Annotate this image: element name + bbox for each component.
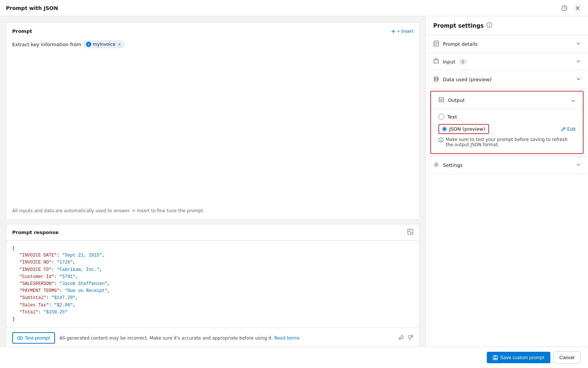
- settings-left: Settings: [433, 162, 462, 169]
- tag-close-icon[interactable]: ✕: [118, 42, 121, 47]
- prompt-empty-space: [12, 50, 413, 131]
- edit-label: Edit: [567, 126, 575, 132]
- svg-rect-8: [408, 229, 410, 231]
- prompt-tag[interactable]: D myInvoice ✕: [83, 41, 124, 48]
- prompt-card-header: Prompt + Insert: [12, 28, 413, 34]
- output-body: Text JSON (preview): [431, 109, 583, 153]
- svg-point-30: [441, 138, 441, 139]
- text-radio-option[interactable]: Text: [438, 114, 575, 120]
- prompt-card-title: Prompt: [12, 28, 32, 34]
- response-card: Prompt response { "INVOICE DATE": "Sept …: [6, 224, 420, 347]
- prompt-card: Prompt + Insert Extract key information …: [6, 22, 420, 220]
- input-chevron: [576, 59, 581, 65]
- response-footer: Test prompt All-generated content may be…: [6, 327, 419, 347]
- output-chevron: [571, 97, 575, 103]
- accordion-prompt-details: Prompt details: [426, 35, 588, 53]
- output-icon: [438, 97, 444, 104]
- data-used-header[interactable]: Data used (preview): [426, 71, 588, 88]
- prompt-text: Extract key information from: [12, 42, 81, 47]
- json-radio-input[interactable]: [442, 127, 447, 131]
- json-radio-highlighted: JSON (preview): [438, 124, 489, 134]
- cancel-button[interactable]: Cancel: [553, 351, 581, 364]
- input-icon: [433, 58, 439, 65]
- json-option-left: JSON (preview): [438, 124, 489, 134]
- svg-rect-24: [434, 60, 438, 63]
- svg-text:D: D: [88, 43, 89, 46]
- close-button[interactable]: [573, 4, 582, 13]
- disclaimer-text: All-generated content may be incorrect. …: [59, 336, 394, 341]
- json-option-row: JSON (preview) Edit: [438, 124, 575, 134]
- tag-label: myInvoice: [93, 42, 116, 47]
- insert-label: + Insert: [397, 28, 413, 34]
- right-panel-spacer: [426, 174, 588, 347]
- svg-rect-33: [494, 355, 496, 357]
- accordion-data-used: Data used (preview): [426, 71, 588, 89]
- save-button[interactable]: Save custom prompt: [487, 352, 550, 363]
- prompt-details-left: Prompt details: [433, 41, 478, 48]
- svg-point-25: [434, 77, 438, 78]
- input-header[interactable]: Input 1: [426, 53, 588, 70]
- json-radio-label: JSON (preview): [449, 126, 485, 132]
- settings-label: Settings: [443, 162, 462, 168]
- right-panel-header: Prompt settings: [426, 16, 588, 35]
- svg-rect-34: [494, 358, 497, 360]
- prompt-details-icon: [433, 41, 439, 48]
- note-info-icon: [438, 137, 444, 144]
- tag-icon: D: [86, 42, 91, 47]
- prompt-hint: All inputs and data are automatically us…: [12, 134, 413, 213]
- settings-header[interactable]: Settings: [426, 157, 588, 174]
- accordion-settings: Settings: [426, 157, 588, 174]
- insert-button[interactable]: + Insert: [391, 28, 413, 34]
- text-radio-input[interactable]: [438, 114, 444, 120]
- svg-point-31: [435, 164, 437, 166]
- prompt-input-area[interactable]: Extract key information from D myInvoice…: [12, 38, 413, 50]
- data-used-icon: [433, 76, 439, 83]
- bottom-bar: Save custom prompt Cancel: [0, 347, 588, 368]
- response-body: { "INVOICE DATE": "Sept 21, 2015", "INVO…: [6, 241, 419, 327]
- right-panel: Prompt settings: [425, 16, 588, 347]
- cancel-label: Cancel: [560, 355, 574, 360]
- settings-chevron: [576, 162, 581, 168]
- response-header: Prompt response: [6, 224, 419, 241]
- prompt-details-label: Prompt details: [443, 41, 478, 47]
- feedback-icons: [399, 334, 413, 341]
- json-note-text: Make sure to test your prompt before sav…: [446, 137, 575, 147]
- prompt-details-header[interactable]: Prompt details: [426, 35, 588, 53]
- output-header[interactable]: Output: [431, 92, 583, 109]
- svg-rect-9: [411, 232, 413, 234]
- save-label: Save custom prompt: [500, 355, 544, 360]
- thumbs-up-button[interactable]: [399, 334, 404, 341]
- main-content: Prompt + Insert Extract key information …: [0, 16, 588, 347]
- help-button[interactable]: ?: [560, 4, 569, 13]
- data-used-chevron: [576, 77, 581, 82]
- test-prompt-button[interactable]: Test prompt: [12, 332, 55, 344]
- window-title: Prompt with JSON: [6, 5, 58, 11]
- data-used-left: Data used (preview): [433, 76, 492, 83]
- svg-point-19: [489, 24, 490, 24]
- input-badge: 1: [459, 59, 467, 65]
- titlebar: Prompt with JSON ?: [0, 0, 588, 16]
- input-left: Input 1: [433, 58, 467, 65]
- input-label: Input: [443, 59, 455, 65]
- read-terms-link[interactable]: Read terms: [274, 336, 300, 341]
- response-title: Prompt response: [12, 230, 58, 235]
- test-prompt-label: Test prompt: [25, 335, 50, 341]
- expand-button[interactable]: [407, 229, 413, 236]
- thumbs-down-button[interactable]: [407, 334, 413, 341]
- text-radio-label: Text: [447, 114, 457, 120]
- svg-line-27: [564, 128, 565, 129]
- svg-text:?: ?: [563, 6, 565, 10]
- accordion-output: Output Text: [426, 89, 588, 157]
- prompt-details-chevron: [576, 41, 581, 47]
- accordion-input: Input 1: [426, 53, 588, 71]
- settings-icon: [433, 162, 439, 169]
- data-used-label: Data used (preview): [443, 77, 492, 82]
- left-panel: Prompt + Insert Extract key information …: [0, 16, 425, 347]
- output-label: Output: [448, 97, 465, 103]
- right-panel-title: Prompt settings: [433, 23, 483, 29]
- settings-info-icon[interactable]: [486, 22, 492, 29]
- titlebar-actions: ?: [560, 4, 582, 13]
- output-left: Output: [438, 97, 465, 104]
- edit-button[interactable]: Edit: [561, 126, 575, 132]
- json-note: Make sure to test your prompt before sav…: [438, 137, 575, 147]
